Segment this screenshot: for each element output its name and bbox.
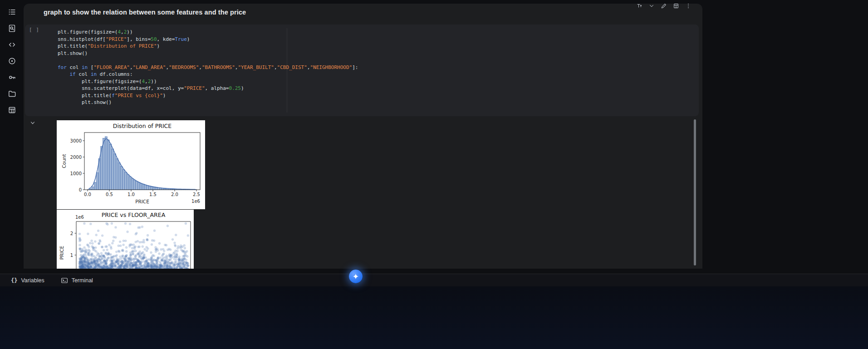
data-table-button[interactable] <box>4 102 20 118</box>
files-icon <box>8 89 16 98</box>
code-line: for col in ["FLOOR_AREA","LAND_AREA","BE… <box>58 64 690 71</box>
move-cell-down-button[interactable] <box>646 1 657 11</box>
variables-label: Variables <box>21 277 44 284</box>
chevron-down-icon <box>29 120 36 126</box>
format-text-icon <box>636 3 642 9</box>
svg-text:2.5: 2.5 <box>193 192 200 197</box>
svg-text:PRICE: PRICE <box>135 199 149 204</box>
page-background <box>0 286 868 349</box>
toc-button[interactable] <box>4 4 20 20</box>
more-options-button[interactable] <box>682 1 694 11</box>
markdown-cell-title[interactable]: graph to show the relation between some … <box>44 9 246 16</box>
code-cell[interactable]: [ ] plt.figure(figsize=(4,2))sns.histplo… <box>25 25 699 116</box>
scratch-cell-button[interactable] <box>4 53 20 69</box>
data-table-icon <box>8 106 16 114</box>
notebook-panel: graph to show the relation between some … <box>24 4 702 269</box>
chevron-down-icon <box>648 3 655 9</box>
code-line: plt.title("Distribution of PRICE") <box>58 43 690 50</box>
code-line: plt.title(f"PRICE vs {col}") <box>58 92 690 99</box>
execution-indicator[interactable]: [ ] <box>29 27 39 33</box>
collapse-output-button[interactable] <box>29 119 37 127</box>
code-line: if col in df.columns: <box>58 71 690 78</box>
grid-icon <box>673 3 679 9</box>
secrets-icon <box>8 73 16 82</box>
code-line: plt.figure(figsize=(4,2)) <box>58 29 690 36</box>
svg-text:2.0: 2.0 <box>171 192 178 197</box>
code-line: sns.scatterplot(data=df, x=col, y="PRICE… <box>58 85 690 92</box>
svg-text:PRICE: PRICE <box>59 246 64 260</box>
svg-text:0: 0 <box>79 187 82 192</box>
svg-text:1e6: 1e6 <box>191 199 200 204</box>
column-ruler <box>287 28 287 113</box>
terminal-label: Terminal <box>72 277 93 284</box>
svg-text:0.5: 0.5 <box>106 192 113 197</box>
scatter-svg: 21PRICE vs FLOOR_AREA1e6PRICE <box>57 210 194 269</box>
braces-icon: {} <box>11 277 17 284</box>
svg-text:1.0: 1.0 <box>128 192 135 197</box>
svg-text:2000: 2000 <box>70 155 82 160</box>
terminal-icon <box>61 277 68 284</box>
svg-text:PRICE vs FLOOR_AREA: PRICE vs FLOOR_AREA <box>102 211 166 218</box>
scatter-figure: 21PRICE vs FLOOR_AREA1e6PRICE <box>57 210 194 269</box>
code-line: plt.figure(figsize=(4,2)) <box>58 78 690 85</box>
code-lines[interactable]: plt.figure(figsize=(4,2))sns.histplot(df… <box>58 29 690 106</box>
gemini-button[interactable] <box>349 270 363 283</box>
svg-text:0.0: 0.0 <box>84 192 91 197</box>
svg-text:3000: 3000 <box>70 138 82 143</box>
code-line <box>58 57 690 64</box>
cell-toolbar <box>633 1 694 11</box>
code-snippets-button[interactable] <box>4 36 20 53</box>
files-button[interactable] <box>4 85 20 102</box>
histogram-figure: 0.00.51.01.52.02.50100020003000Distribut… <box>57 120 205 209</box>
terminal-button[interactable]: Terminal <box>61 277 93 284</box>
scratch-cell-icon <box>8 57 16 65</box>
edit-icon <box>661 3 667 9</box>
svg-text:2: 2 <box>70 231 73 236</box>
toc-icon <box>8 8 16 16</box>
secrets-button[interactable] <box>4 69 20 85</box>
more-options-icon <box>685 3 691 9</box>
output-scrollbar[interactable] <box>694 119 696 265</box>
code-line: plt.show() <box>58 99 690 106</box>
mirror-cell-button[interactable] <box>670 1 682 11</box>
colab-app: graph to show the relation between some … <box>0 0 868 349</box>
status-bar: {} Variables Terminal <box>0 274 868 286</box>
code-snippets-icon <box>8 40 16 49</box>
histogram-svg: 0.00.51.01.52.02.50100020003000Distribut… <box>57 120 205 209</box>
svg-text:Count: Count <box>61 154 67 168</box>
variables-button[interactable]: {} Variables <box>11 277 44 284</box>
find-replace-icon <box>8 24 16 33</box>
svg-text:1: 1 <box>70 253 73 258</box>
left-sidebar <box>0 0 24 269</box>
code-line: sns.histplot(df["PRICE"], bins=50, kde=T… <box>58 36 690 43</box>
svg-text:1.5: 1.5 <box>149 192 157 197</box>
format-text-button[interactable] <box>633 1 645 11</box>
sparkle-icon <box>352 273 359 280</box>
code-line: plt.show() <box>58 50 690 57</box>
edit-button[interactable] <box>658 1 669 11</box>
find-replace-button[interactable] <box>4 20 20 36</box>
svg-text:1e6: 1e6 <box>75 215 84 220</box>
svg-text:Distribution of PRICE: Distribution of PRICE <box>113 123 172 129</box>
svg-text:1000: 1000 <box>70 171 82 176</box>
